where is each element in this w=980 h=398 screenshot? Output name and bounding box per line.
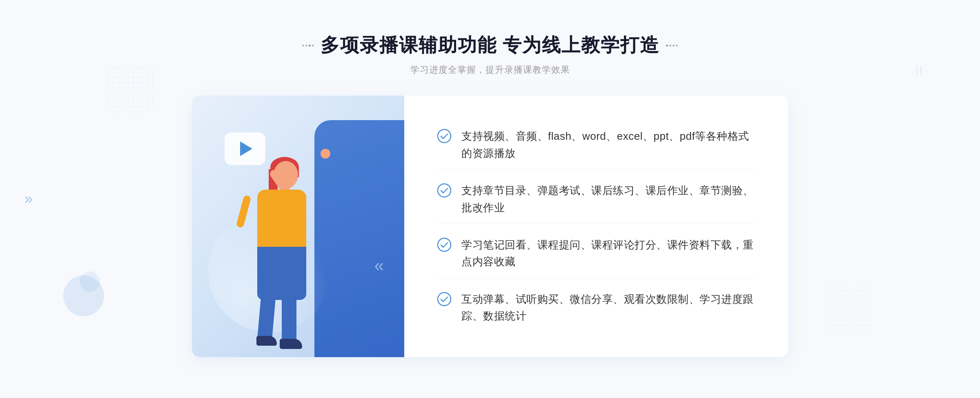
chevron-right-top-icon: ⁞⁞ (915, 63, 923, 77)
feature-text-3: 学习笔记回看、课程提问、课程评论打分、课件资料下载，重点内容收藏 (461, 237, 755, 271)
person-shoe-left (256, 336, 277, 346)
feature-text-4: 互动弹幕、试听购买、微信分享、观看次数限制、学习进度跟踪、数据统计 (461, 291, 755, 325)
subtitle: 学习进度全掌握，提升录播课教学效果 (302, 64, 678, 76)
decoration-dots-right-bottom (825, 284, 874, 333)
panel-chevron-icon: « (374, 256, 384, 275)
header-section: 多项录播课辅助功能 专为线上教学打造 学习进度全掌握，提升录播课教学效果 (302, 33, 678, 76)
check-circle-icon-1 (437, 129, 452, 143)
svg-point-0 (438, 130, 451, 143)
person-illustration (216, 128, 363, 357)
feature-item-3: 学习笔记回看、课程提问、课程评论打分、课件资料下载，重点内容收藏 (437, 229, 755, 278)
feature-item-4: 互动弹幕、试听购买、微信分享、观看次数限制、学习进度跟踪、数据统计 (437, 284, 755, 332)
main-card: « (192, 96, 788, 357)
feature-item-2: 支持章节目录、弹题考试、课后练习、课后作业、章节测验、批改作业 (437, 175, 755, 224)
svg-point-2 (438, 238, 451, 251)
feature-item-1: 支持视频、音频、flash、word、excel、ppt、pdf等各种格式的资源… (437, 121, 755, 170)
title-row: 多项录播课辅助功能 专为线上教学打造 (302, 33, 678, 58)
check-circle-icon-2 (437, 183, 452, 198)
person-shoe-right (280, 339, 302, 349)
check-circle-icon-3 (437, 237, 452, 252)
decoration-circle-small (80, 271, 100, 292)
decoration-dots-left-top (106, 65, 155, 114)
person-torso (257, 190, 306, 251)
feature-text-2: 支持章节目录、弹题考试、课后练习、课后作业、章节测验、批改作业 (461, 182, 755, 216)
title-decoration-left (302, 45, 314, 47)
person-arm-left (236, 195, 252, 228)
svg-point-3 (438, 293, 451, 306)
svg-point-1 (438, 184, 451, 197)
check-circle-icon-4 (437, 292, 452, 306)
features-panel: 支持视频、音频、flash、word、excel、ppt、pdf等各种格式的资源… (404, 96, 788, 357)
person-leg-right (282, 292, 296, 345)
feature-text-1: 支持视频、音频、flash、word、excel、ppt、pdf等各种格式的资源… (461, 128, 755, 162)
chevron-left-icon: » (24, 190, 33, 208)
person-arm-right-hand (321, 149, 330, 159)
illustration-panel: « (192, 96, 404, 357)
title-decoration-right (666, 45, 678, 47)
person-body (216, 128, 363, 357)
main-title: 多项录播课辅助功能 专为线上教学打造 (321, 33, 660, 58)
